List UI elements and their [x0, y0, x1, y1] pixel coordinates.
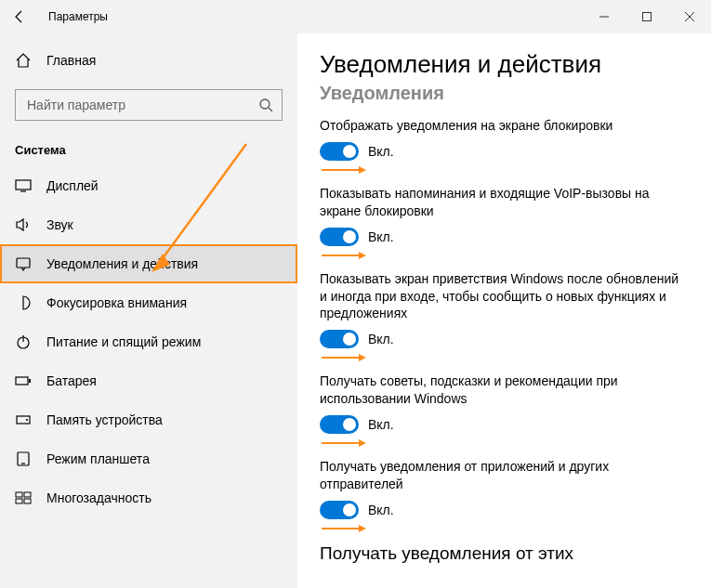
toggle-state: Вкл. — [368, 229, 394, 244]
page-title: Уведомления и действия — [320, 50, 689, 79]
nav-multitask[interactable]: Многозадачность — [0, 478, 297, 517]
nav-storage[interactable]: Память устройства — [0, 400, 297, 439]
nav-tablet[interactable]: Режим планшета — [0, 439, 297, 478]
power-icon — [15, 333, 32, 350]
toggle-state: Вкл. — [368, 417, 394, 432]
section-heading: Получать уведомления от этих — [320, 543, 689, 564]
toggle-tips[interactable] — [320, 415, 359, 434]
titlebar: Параметры — [0, 0, 711, 33]
nav-battery[interactable]: Батарея — [0, 361, 297, 400]
arrow-left-icon — [12, 9, 27, 24]
svg-rect-18 — [24, 492, 31, 497]
nav-label: Память устройства — [46, 412, 163, 427]
search-wrap — [15, 89, 283, 121]
nav-focus[interactable]: Фокусировка внимания — [0, 283, 297, 322]
search-input[interactable] — [15, 89, 283, 121]
minimize-icon — [599, 11, 610, 22]
content-pane: Уведомления и действия Уведомления Отобр… — [297, 33, 711, 588]
annotation-arrow-icon — [320, 352, 689, 363]
nav-label: Батарея — [46, 373, 97, 388]
option-tips: Получать советы, подсказки и рекомендаци… — [320, 372, 689, 449]
nav-label: Уведомления и действия — [46, 256, 198, 271]
tablet-icon — [15, 451, 32, 467]
window-controls — [583, 0, 711, 33]
nav-label: Питание и спящий режим — [46, 334, 201, 349]
back-button[interactable] — [0, 0, 39, 33]
option-lockscreen-notif: Отображать уведомления на экране блокиро… — [320, 117, 689, 176]
svg-marker-28 — [359, 439, 366, 447]
home-label: Главная — [46, 53, 96, 68]
minimize-button[interactable] — [583, 0, 625, 33]
svg-rect-20 — [24, 499, 31, 503]
svg-rect-17 — [16, 492, 22, 497]
option-label: Получать уведомления от приложений и дру… — [320, 458, 689, 493]
nav-label: Дисплей — [46, 178, 99, 193]
toggle-welcome-screen[interactable] — [320, 330, 359, 348]
display-icon — [15, 177, 32, 194]
toggle-state: Вкл. — [368, 503, 394, 517]
svg-rect-8 — [17, 258, 30, 268]
svg-marker-24 — [359, 252, 366, 259]
section-header: Система — [0, 137, 297, 166]
toggle-state: Вкл. — [368, 332, 394, 346]
annotation-arrow-icon — [320, 438, 689, 449]
svg-rect-19 — [16, 499, 22, 503]
svg-rect-1 — [643, 13, 652, 21]
svg-marker-26 — [359, 354, 366, 361]
annotation-arrow-icon — [320, 250, 689, 261]
sound-icon — [15, 216, 32, 233]
option-label: Отображать уведомления на экране блокиро… — [320, 117, 689, 135]
nav-notifications[interactable]: Уведомления и действия — [0, 244, 297, 283]
nav-label: Фокусировка внимания — [46, 295, 187, 310]
option-app-notif: Получать уведомления от приложений и дру… — [320, 458, 689, 534]
option-label: Показывать напоминания и входящие VoIP-в… — [320, 185, 689, 220]
focus-icon — [15, 294, 32, 311]
option-welcome-screen: Показывать экран приветствия Windows пос… — [320, 270, 689, 364]
toggle-state: Вкл. — [368, 144, 394, 159]
storage-icon — [15, 412, 32, 428]
annotation-arrow-icon — [320, 164, 689, 176]
toggle-app-notif[interactable] — [320, 501, 359, 519]
svg-rect-11 — [16, 377, 28, 385]
svg-point-14 — [26, 419, 28, 421]
nav-display[interactable]: Дисплей — [0, 166, 297, 205]
window-title: Параметры — [48, 10, 108, 23]
notification-icon — [15, 255, 32, 272]
sidebar: Главная Система Дисплей Звук Уведомления… — [0, 33, 297, 588]
option-voip-lockscreen: Показывать напоминания и входящие VoIP-в… — [320, 185, 689, 261]
option-label: Показывать экран приветствия Windows пос… — [320, 270, 689, 323]
nav-label: Режим планшета — [46, 451, 150, 466]
home-icon — [15, 52, 32, 69]
nav-power[interactable]: Питание и спящий режим — [0, 322, 297, 361]
home-nav[interactable]: Главная — [0, 43, 297, 78]
nav-sound[interactable]: Звук — [0, 205, 297, 244]
close-button[interactable] — [668, 0, 711, 33]
nav-label: Многозадачность — [46, 490, 151, 505]
close-icon — [684, 11, 695, 22]
annotation-arrow-icon — [320, 523, 689, 534]
maximize-icon — [641, 11, 652, 22]
multitask-icon — [15, 490, 32, 506]
svg-rect-6 — [16, 180, 31, 189]
subheading: Уведомления — [320, 83, 689, 104]
toggle-lockscreen-notif[interactable] — [320, 142, 359, 161]
svg-marker-22 — [359, 166, 366, 174]
nav-label: Звук — [46, 217, 73, 232]
battery-icon — [15, 372, 32, 389]
svg-marker-30 — [359, 525, 366, 532]
maximize-button[interactable] — [625, 0, 668, 33]
toggle-voip-lockscreen[interactable] — [320, 228, 359, 246]
svg-rect-12 — [29, 379, 31, 383]
option-label: Получать советы, подсказки и рекомендаци… — [320, 372, 689, 408]
